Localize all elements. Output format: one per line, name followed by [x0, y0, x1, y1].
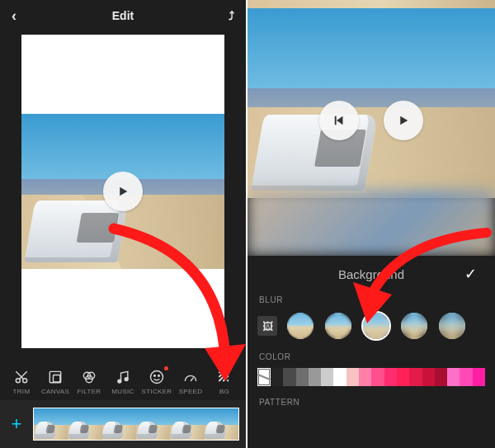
color-swatch[interactable] [346, 368, 359, 386]
clip-strip[interactable]: 0:05.9 TOTAL 0:20.9 [33, 408, 239, 441]
tool-filter[interactable]: FILTER [73, 368, 105, 395]
notification-dot [164, 366, 168, 370]
section-label-blur: BLUR [259, 295, 485, 304]
page-title: Edit [33, 9, 213, 22]
tool-label: MUSIC [111, 388, 134, 395]
svg-rect-12 [335, 116, 337, 125]
color-swatch[interactable] [422, 368, 435, 386]
tool-trim[interactable]: TRIM [6, 368, 37, 395]
tool-sticker[interactable]: STICKER [141, 368, 172, 395]
color-swatch[interactable] [271, 368, 283, 386]
filter-icon [80, 368, 98, 386]
preview-blur-bottom [248, 190, 495, 256]
svg-point-7 [118, 380, 121, 383]
tool-speed[interactable]: SPEED [175, 368, 206, 395]
panel-title: Background [338, 267, 404, 281]
tool-label: SPEED [179, 388, 203, 395]
color-swatch[interactable] [435, 368, 447, 386]
color-swatch[interactable] [333, 368, 346, 386]
background-panel: Background ✓ BLUR 🖼 COLOR PATTERN [248, 256, 495, 448]
play-button[interactable] [384, 101, 423, 140]
canvas-icon [46, 368, 64, 386]
tool-label: STICKER [142, 388, 172, 395]
tool-label: BG [219, 388, 229, 395]
confirm-button[interactable]: ✓ [464, 256, 477, 292]
video-editor-screen: ‹ Edit ⤴ TRI [0, 0, 246, 448]
tool-label: FILTER [78, 388, 101, 395]
tool-label: CANVAS [41, 388, 69, 395]
video-canvas[interactable] [21, 35, 224, 348]
color-swatch[interactable] [321, 368, 333, 386]
preview-area[interactable] [248, 0, 495, 256]
blur-option-1[interactable] [285, 311, 315, 341]
play-icon [116, 184, 130, 199]
svg-point-11 [158, 375, 160, 376]
photo-library-button[interactable]: 🖼 [257, 316, 277, 336]
tool-label: TRIM [13, 388, 31, 395]
section-label-color: COLOR [259, 352, 485, 361]
play-button[interactable] [103, 172, 143, 211]
color-swatch[interactable] [473, 368, 485, 386]
blur-option-3[interactable] [361, 311, 391, 341]
video-frame [21, 114, 224, 269]
svg-rect-3 [54, 375, 60, 381]
tool-music[interactable]: MUSIC [107, 368, 139, 395]
panel-header: Background ✓ [257, 256, 485, 292]
play-icon [396, 113, 411, 128]
color-swatch[interactable] [309, 368, 321, 386]
letterbox-top [21, 35, 224, 114]
tool-row: TRIM CANVAS FILTER MUSIC STICKER [0, 362, 246, 400]
image-icon: 🖼 [262, 320, 273, 332]
topbar: ‹ Edit ⤴ [0, 0, 246, 31]
color-none[interactable] [257, 368, 271, 386]
color-swatch[interactable] [359, 368, 371, 386]
color-swatch[interactable] [283, 368, 295, 386]
skip-back-icon [332, 113, 346, 128]
svg-rect-2 [50, 371, 60, 382]
back-button[interactable]: ‹ [12, 7, 33, 25]
svg-point-10 [154, 375, 156, 376]
trim-icon [12, 368, 31, 386]
letterbox-bottom [21, 269, 224, 348]
color-swatch[interactable] [447, 368, 460, 386]
tool-canvas[interactable]: CANVAS [40, 368, 71, 395]
timeline: + 0:05.9 TOTAL 0:20.9 [0, 400, 246, 448]
speed-icon [182, 368, 200, 386]
svg-point-9 [151, 370, 163, 383]
color-swatch[interactable] [371, 368, 384, 386]
color-swatch[interactable] [296, 368, 309, 386]
tool-bg[interactable]: BG [209, 368, 240, 395]
bg-icon [215, 368, 233, 386]
color-swatch[interactable] [409, 368, 422, 386]
section-label-pattern: PATTERN [259, 398, 485, 407]
prev-button[interactable] [319, 101, 359, 140]
sticker-icon [148, 368, 166, 386]
share-button[interactable]: ⤴ [213, 9, 234, 22]
blur-option-5[interactable] [437, 311, 467, 341]
color-swatch[interactable] [460, 368, 472, 386]
color-swatches [257, 368, 485, 386]
blur-option-2[interactable] [323, 311, 353, 341]
color-swatch[interactable] [397, 368, 409, 386]
background-panel-screen: Background ✓ BLUR 🖼 COLOR PATTERN [248, 0, 495, 448]
blur-option-4[interactable] [399, 311, 429, 341]
add-clip-button[interactable]: + [0, 400, 33, 448]
svg-point-8 [125, 377, 128, 380]
music-icon [114, 368, 132, 386]
blur-options: 🖼 [257, 311, 485, 341]
color-swatch[interactable] [384, 368, 397, 386]
